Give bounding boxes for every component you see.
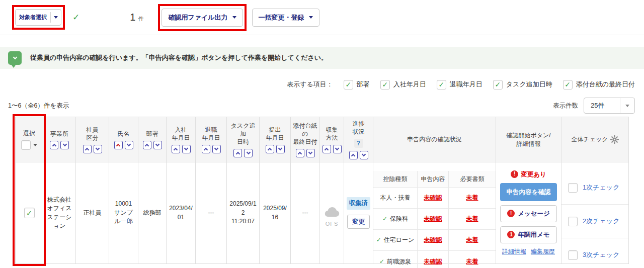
row-checkbox-checked[interactable]: ✓ <box>24 208 35 218</box>
decl-header-content: 申告内容 <box>418 171 449 188</box>
check-1-label[interactable]: 1次チェック <box>583 183 619 193</box>
sort-asc-button[interactable] <box>323 145 331 153</box>
checkbox-checked-icon[interactable]: ✓ <box>380 80 390 90</box>
sort-desc-button[interactable] <box>125 141 133 149</box>
cell-office: 株式会社オフィスステーション <box>43 162 76 264</box>
progress-status-badge: 収集済 <box>347 197 371 209</box>
sort-asc-button[interactable] <box>266 145 274 153</box>
confirm-declaration-button[interactable]: 申告内容を確認 <box>500 183 557 201</box>
badge-count: 1 <box>507 231 515 238</box>
sort-asc-button[interactable] <box>172 145 180 153</box>
sort-asc-button[interactable] <box>50 141 58 149</box>
sort-desc-button[interactable] <box>360 151 368 159</box>
change-alert: ! 変更あり <box>511 170 546 179</box>
decl-documents-link[interactable]: 未着 <box>449 209 496 230</box>
option-department[interactable]: ✓ 部署 <box>344 80 370 90</box>
check-icon: ✓ <box>72 12 79 23</box>
alert-icon: ! <box>511 170 518 178</box>
bulk-change-button[interactable]: 一括変更・登録 <box>252 9 319 27</box>
checkbox-checked-icon[interactable]: ✓ <box>437 80 446 90</box>
select-all-dropdown-icon[interactable] <box>33 144 37 146</box>
decl-documents-link[interactable]: 未着 <box>449 230 496 251</box>
per-page-control: 表示件数 25件 <box>553 98 635 114</box>
sort-asc-button[interactable] <box>202 145 210 153</box>
selected-count: 1 件 <box>130 12 143 23</box>
check-2-label[interactable]: 2次チェック <box>583 217 619 226</box>
cell-employee-type: 正社員 <box>76 162 109 264</box>
check-1-checkbox[interactable] <box>568 183 578 193</box>
message-button[interactable]: ! メッセージ <box>500 205 557 222</box>
sort-desc-button[interactable] <box>333 145 342 153</box>
sort-desc-button[interactable] <box>212 145 221 153</box>
detail-info-link[interactable]: 詳細情報 <box>502 247 526 256</box>
sort-asc-button[interactable] <box>349 151 358 159</box>
decl-content-link[interactable]: 未確認 <box>418 209 449 230</box>
decl-documents-link[interactable]: 未着 <box>449 251 496 268</box>
target-select-button[interactable]: 対象者選択 <box>15 9 61 26</box>
check-3-checkbox[interactable] <box>568 250 578 260</box>
cell-select: ✓ <box>16 162 43 264</box>
sort-desc-button[interactable] <box>244 149 253 157</box>
col-header-office: 事業所 <box>43 117 76 162</box>
message-button-label: メッセージ <box>518 209 550 218</box>
decl-content-link[interactable]: 未確認 <box>418 188 449 209</box>
file-output-button[interactable]: 確認用ファイル出力 <box>162 9 243 27</box>
check-3-label[interactable]: 3次チェック <box>583 250 619 260</box>
select-all-checkbox[interactable] <box>21 140 31 150</box>
gear-icon[interactable] <box>610 135 619 144</box>
select-caret[interactable] <box>620 98 634 113</box>
col-header-declaration-status: 申告内容の確認状況 <box>373 117 496 162</box>
sort-desc-button[interactable] <box>182 145 191 153</box>
checkbox-checked-icon[interactable]: ✓ <box>344 80 353 90</box>
sort-asc-button[interactable] <box>83 145 92 153</box>
decl-type: ✓前職源泉 <box>373 251 418 268</box>
cell-progress: 収集済 変更 <box>344 162 373 264</box>
display-options-row: 表示する項目： ✓ 部署 ✓ 入社年月日 ✓ 退職年月日 ✓ タスク追加日時 ✓… <box>0 75 644 94</box>
cell-actions: ! 変更あり 申告内容を確認 ! メッセージ 1 年調用メモ 詳細情報 編集履歴 <box>496 162 561 264</box>
display-options-label: 表示する項目： <box>287 80 333 89</box>
check-2-checkbox[interactable] <box>568 217 578 226</box>
target-select-caret[interactable] <box>50 12 61 23</box>
col-header-progress: 進捗 状況 ? <box>344 117 373 162</box>
col-header-employee-type: 社員 区分 <box>76 117 109 162</box>
cell-retire-date: --- <box>196 162 227 264</box>
employee-table: 選択 事業所 社員 区分 氏名 部署 <box>15 117 629 264</box>
col-header-attachment-date: 添付台紙 の 最終日付 <box>291 117 320 162</box>
option-task-added[interactable]: ✓ タスク追加日時 <box>493 80 552 90</box>
help-icon[interactable]: ? <box>354 139 363 148</box>
progress-change-button[interactable]: 変更 <box>347 215 370 229</box>
checkbox-checked-icon[interactable]: ✓ <box>493 80 503 90</box>
memo-button-label: 年調用メモ <box>518 230 549 239</box>
edit-history-link[interactable]: 編集履歴 <box>531 247 555 256</box>
selected-count-unit: 件 <box>138 15 143 23</box>
check-icon: ✓ <box>376 236 381 244</box>
option-hire-date[interactable]: ✓ 入社年月日 <box>380 80 426 90</box>
sort-asc-button[interactable] <box>233 149 242 157</box>
memo-button[interactable]: 1 年調用メモ <box>500 226 557 243</box>
option-label: 入社年月日 <box>393 80 426 89</box>
decl-content-link[interactable]: 未確認 <box>418 230 449 251</box>
checkbox-checked-icon[interactable]: ✓ <box>563 80 573 90</box>
sort-asc-button-active[interactable] <box>114 141 123 149</box>
table-row: ✓ 株式会社オフィスステーション 正社員 10001 サンプル一郎 総務部 20… <box>16 162 629 264</box>
per-page-select[interactable]: 25件 <box>584 98 635 114</box>
sort-desc-button[interactable] <box>94 145 102 153</box>
sort-asc-button[interactable] <box>143 141 151 149</box>
result-range-text: 1〜6（全6）件を表示 <box>8 102 69 110</box>
cell-overall-check: 1次チェック 2次チェック 3次チェック <box>561 162 629 264</box>
decl-content-link[interactable]: 未確認 <box>418 251 449 268</box>
decl-type: ✓住宅ローン <box>373 230 418 251</box>
option-retire-date[interactable]: ✓ 退職年月日 <box>437 80 482 90</box>
option-attachment-date[interactable]: ✓ 添付台紙の最終日付 <box>563 80 635 90</box>
toolbar: 対象者選択 ✓ 1 件 確認用ファイル出力 一括変更・登録 <box>0 0 644 35</box>
notice-collapse-icon[interactable] <box>8 51 22 65</box>
sort-desc-button[interactable] <box>60 141 69 149</box>
sort-desc-button[interactable] <box>153 141 162 149</box>
decl-documents-link[interactable]: 未着 <box>449 188 496 209</box>
col-header-task-added: タスク追 加 日時 <box>227 117 260 162</box>
sort-desc-button[interactable] <box>276 145 285 153</box>
cell-task-added: 2025/09/12 11:20:07 <box>227 162 260 264</box>
sort-desc-button[interactable] <box>306 149 315 157</box>
sort-asc-button[interactable] <box>296 149 304 157</box>
chevron-down-icon <box>232 16 236 19</box>
